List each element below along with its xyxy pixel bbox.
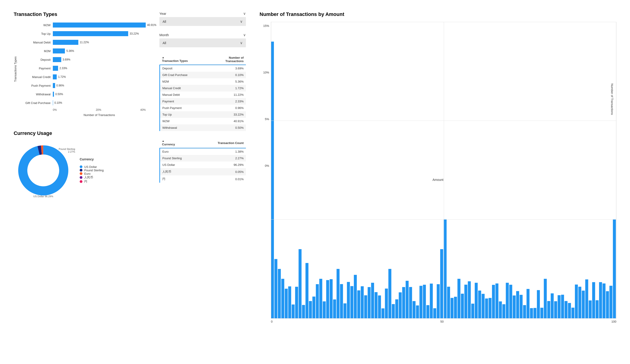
histogram-bar [458,279,460,319]
y-tick-0: 0% [265,164,269,167]
tt-col1-header: ▲ Transaction Types [160,54,209,65]
bar-row: Payment2.33% [20,65,146,71]
histogram-bar [450,298,454,318]
legend-item: Pound Sterling [80,169,104,172]
month-filter-select[interactable]: All ∨ [160,38,246,47]
bar-value: 0.10% [54,101,62,104]
histogram-bar [378,296,381,319]
transaction-type-cell: W2W [160,118,209,124]
transaction-type-cell: Top Up [160,111,209,118]
histogram-bar [361,286,364,318]
histogram-bar [440,249,443,318]
histogram-bar [409,287,412,319]
currency-cell: 人民币 [160,168,198,175]
histogram-bar [392,304,395,319]
bar-label: W2W [20,23,53,27]
histogram-bar [523,305,526,318]
histogram-bar [271,42,274,318]
histogram-bar [420,286,422,318]
histogram-bar [610,286,612,318]
transaction-type-cell: Payment [160,98,209,105]
right-column: Number of Transactions by Amount 15% 10%… [260,11,616,272]
histogram-bar [578,287,581,318]
histogram-bar [298,249,302,318]
x-axis-title: Number of Transactions [20,113,146,117]
histogram-bar [371,283,374,318]
histogram-bar [585,279,588,318]
bar-chart-content: W2W40.91%Top Up33.22%Manual Debit11.22%M… [20,22,146,117]
table-row: Manual Debit11.22% [160,91,246,98]
bar-row: Withdrawal0.50% [20,91,146,97]
histogram-bar [520,295,522,318]
currency-count-cell: 96.29% [198,162,246,168]
currency-cell: 円 [160,175,198,183]
histogram-bar [433,308,436,318]
bar-chart-wrapper: W2W40.91%Top Up33.22%Manual Debit11.22%M… [20,22,146,106]
histogram-bar [364,295,367,318]
histogram-bar [292,304,294,318]
histogram-bar [368,287,371,318]
table-row: Manual Credit1.72% [160,85,246,91]
x-axis-ticks: 0%20%40% [53,108,146,111]
histogram-bar [330,279,333,318]
bar-row: Top Up33.22% [20,30,146,37]
bar-label: Withdrawal [20,93,53,96]
bar-container: 2.33% [53,66,146,71]
histogram-bar [592,282,595,318]
histogram-bar [561,295,564,318]
legend-dot [80,169,82,172]
histogram-bar [513,296,516,318]
transaction-value-cell: 40.91% [209,118,246,124]
histogram-bar [423,285,426,319]
histogram-bar [347,282,350,318]
year-filter-select[interactable]: All ∨ [160,17,246,26]
x-tick: 40% [140,108,146,111]
bar-value: 3.69% [62,58,70,61]
month-filter-group: Month ∨ All ∨ [160,33,246,47]
table-row: M2M5.36% [160,78,246,85]
bar-label: Push Payment [20,84,53,87]
bar-value: 0.50% [55,93,63,96]
histogram-bar [447,287,450,318]
histogram-bar [485,299,488,318]
histogram-bar [426,305,430,318]
histogram-bar [496,284,498,318]
histogram-bar [312,297,315,319]
transaction-types-table-wrapper: ▲ Transaction Types Number ofTransaction… [160,54,246,131]
histogram-bar [554,301,557,318]
curr-sort-icon[interactable]: ▲ [162,140,196,142]
legend-item: US Dollar [80,165,104,169]
histogram-bar [544,279,547,319]
x-tick-0: 0 [271,320,272,323]
table-row: 円0.01% [160,175,246,183]
year-filter-label[interactable]: Year ∨ [160,11,246,16]
month-filter-label[interactable]: Month ∨ [160,33,246,37]
legend-dot [80,172,82,175]
bar-container: 0.10% [53,100,146,105]
histogram-x-ticks: 0 50 100 [271,319,616,325]
histogram-bar [399,292,402,318]
histogram-bar [551,294,554,319]
histogram-bar [288,286,291,318]
bar-fill [53,40,78,45]
histogram-bar [589,301,592,319]
y-tick-10: 10% [263,71,269,74]
tt-sort-icon[interactable]: ▲ [162,56,207,59]
transaction-value-cell: 2.33% [209,98,246,105]
histogram-bar [336,269,340,318]
histogram-bar [471,304,474,319]
histogram-bar [599,282,602,318]
table-row: Push Payment0.96% [160,105,246,111]
legend-item: 円 [80,179,104,184]
transaction-type-cell: Manual Debit [160,91,209,98]
bar-value: 0.96% [56,84,64,87]
transaction-type-cell: Withdrawal [160,124,209,131]
histogram-bar [444,220,447,318]
currency-table: ▲ Currency Transaction Count Euro1.38%Po… [160,138,246,183]
bar-fill [53,92,54,97]
histogram-bar [488,298,492,319]
bar-value: 1.72% [58,75,66,78]
bar-label: Manual Debit [20,41,53,44]
bar-fill [53,66,58,71]
bar-fill [53,22,146,27]
